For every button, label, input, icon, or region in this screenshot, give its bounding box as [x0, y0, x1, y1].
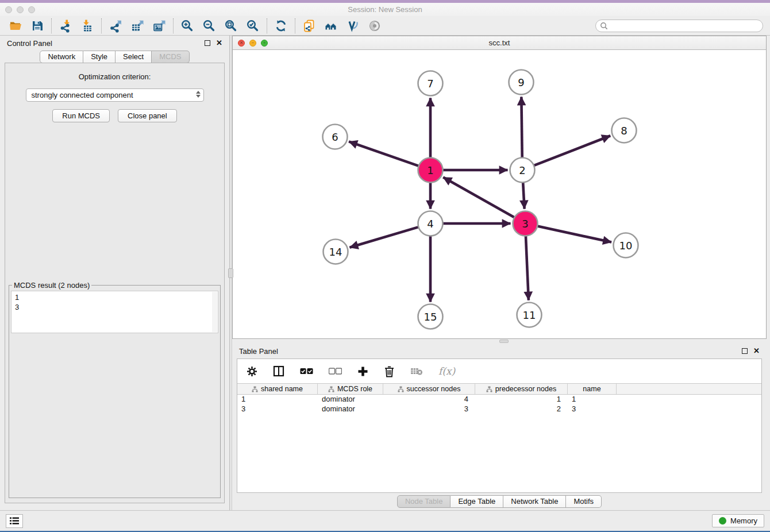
float-panel-icon[interactable] [205, 40, 210, 46]
graph-node-label-11: 11 [523, 309, 536, 321]
column-header-successor-nodes[interactable]: successor nodes [383, 384, 475, 394]
table-header-row: shared nameMCDS rolesuccessor nodesprede… [237, 383, 761, 395]
memory-button[interactable]: Memory [712, 514, 764, 527]
control-panel-title: Control Panel [7, 39, 52, 48]
graph-node-label-8: 8 [621, 125, 627, 137]
export-network-icon[interactable] [105, 17, 126, 34]
horizontal-splitter[interactable] [232, 339, 767, 344]
splitter-handle-icon[interactable] [499, 340, 509, 343]
tab-edge-table[interactable]: Edge Table [451, 495, 503, 508]
save-session-icon[interactable] [26, 17, 48, 34]
delete-row-icon[interactable] [384, 365, 395, 377]
close-panel-icon[interactable]: ✕ [753, 348, 760, 354]
table-body: 1dominator4113dominator323 [237, 395, 761, 414]
search-input[interactable] [610, 21, 763, 31]
tab-style[interactable]: Style [83, 51, 116, 63]
toolbar-separator [267, 18, 267, 33]
deselect-all-icon[interactable] [329, 368, 342, 375]
table-tabs: Node TableEdge TableNetwork TableMotifs [397, 495, 602, 508]
table-row: 3dominator323 [237, 404, 761, 414]
result-scrollbar[interactable] [212, 292, 217, 332]
column-header-mcds-role[interactable]: MCDS role [318, 384, 383, 394]
tab-select[interactable]: Select [116, 51, 152, 63]
tab-motifs[interactable]: Motifs [566, 495, 602, 508]
zoom-selected-icon[interactable] [242, 17, 264, 34]
graph-edge-1-6[interactable] [349, 141, 419, 165]
column-layout-icon[interactable] [273, 365, 284, 377]
export-table-icon[interactable] [126, 17, 148, 34]
cell-shared-name-row0[interactable]: 1 [237, 395, 318, 404]
cell-mcds-role-row0[interactable]: dominator [318, 395, 383, 404]
panel-splitter[interactable] [229, 36, 232, 510]
close-panel-button[interactable]: Close panel [118, 109, 177, 122]
graph-node-label-6: 6 [332, 131, 338, 143]
zoom-fit-icon[interactable] [220, 17, 242, 34]
toolbar-separator [173, 18, 174, 33]
mcds-result-title: MCDS result (2 nodes) [12, 281, 91, 290]
graph-edge-2-8[interactable] [534, 136, 610, 165]
optimization-criterion-label: Optimization criterion: [5, 72, 224, 81]
cell-predecessor-nodes-row1[interactable]: 2 [475, 404, 568, 414]
column-header-name[interactable]: name [568, 384, 617, 394]
cell-name-row0[interactable]: 1 [568, 395, 617, 404]
import-network-icon[interactable] [55, 17, 76, 34]
refresh-layout-icon[interactable] [270, 17, 292, 34]
import-table-icon[interactable] [76, 17, 98, 34]
graph-node-label-4: 4 [427, 218, 433, 230]
mcds-result-text[interactable]: 1 3 [11, 291, 218, 333]
column-header-predecessor-nodes[interactable]: predecessor nodes [475, 384, 568, 394]
column-header-shared-name[interactable]: shared name [237, 384, 318, 394]
cell-mcds-role-row1[interactable]: dominator [318, 404, 383, 414]
gear-icon[interactable] [247, 366, 257, 377]
toolbar-separator [295, 18, 295, 33]
titlebar: Session: New Session [0, 3, 770, 16]
vizmap-icon[interactable] [342, 17, 364, 34]
close-panel-icon[interactable]: ✕ [216, 40, 222, 46]
cell-successor-nodes-row0[interactable]: 4 [383, 395, 475, 404]
graph-node-label-1: 1 [427, 164, 433, 176]
run-mcds-button[interactable]: Run MCDS [52, 109, 110, 122]
table-panel-title: Table Panel [239, 347, 278, 356]
graph-node-label-7: 7 [427, 78, 433, 90]
task-history-button[interactable] [6, 514, 23, 528]
graph-edge-3-10[interactable] [537, 226, 611, 242]
cell-predecessor-nodes-row0[interactable]: 1 [475, 395, 568, 404]
graph-edge-3-11[interactable] [526, 236, 529, 300]
table-panel: Table Panel ✕ [232, 344, 767, 510]
export-image-icon[interactable] [148, 17, 170, 34]
list-icon [10, 517, 19, 525]
tab-network[interactable]: Network [40, 51, 83, 63]
eye-icon[interactable] [364, 17, 386, 34]
clone-network-icon[interactable] [298, 17, 320, 34]
graph-edge-4-14[interactable] [349, 227, 418, 248]
zoom-in-icon[interactable] [176, 17, 198, 34]
criterion-dropdown-value: strongly connected component [32, 91, 133, 99]
tab-node-table[interactable]: Node Table [397, 495, 451, 508]
graph-edge-2-3[interactable] [523, 182, 524, 209]
cell-shared-name-row1[interactable]: 3 [237, 404, 318, 414]
control-panel: Control Panel ✕ NetworkStyleSelectMCDS O… [0, 36, 229, 510]
graph-node-label-3: 3 [522, 218, 528, 230]
graph-edge-2-9[interactable] [521, 97, 522, 157]
splitter-handle-icon[interactable] [228, 268, 233, 278]
search-field[interactable] [595, 20, 763, 32]
control-panel-tabs: NetworkStyleSelectMCDS [0, 51, 229, 63]
network-view-window: ✕ − + scc.txt 1234678910111415 [232, 36, 767, 339]
criterion-dropdown[interactable]: strongly connected component [26, 88, 204, 102]
application-window: Session: New Session [0, 0, 770, 532]
homes-icon[interactable] [320, 17, 342, 34]
graph-edge-3-1[interactable] [443, 178, 514, 218]
add-row-icon[interactable] [357, 366, 368, 377]
zoom-out-icon[interactable] [198, 17, 220, 34]
tab-mcds[interactable]: MCDS [152, 51, 189, 63]
mcds-panel: Optimization criterion: strongly connect… [5, 63, 225, 503]
cell-name-row1[interactable]: 3 [568, 404, 617, 414]
float-panel-icon[interactable] [742, 348, 748, 354]
cell-successor-nodes-row1[interactable]: 3 [383, 404, 475, 414]
graph-node-label-14: 14 [329, 246, 342, 258]
status-bar: Memory [0, 510, 770, 531]
tab-network-table[interactable]: Network Table [503, 495, 566, 508]
network-canvas[interactable]: 1234678910111415 [233, 50, 766, 338]
select-all-icon[interactable] [300, 368, 313, 375]
open-file-icon[interactable] [5, 17, 26, 34]
